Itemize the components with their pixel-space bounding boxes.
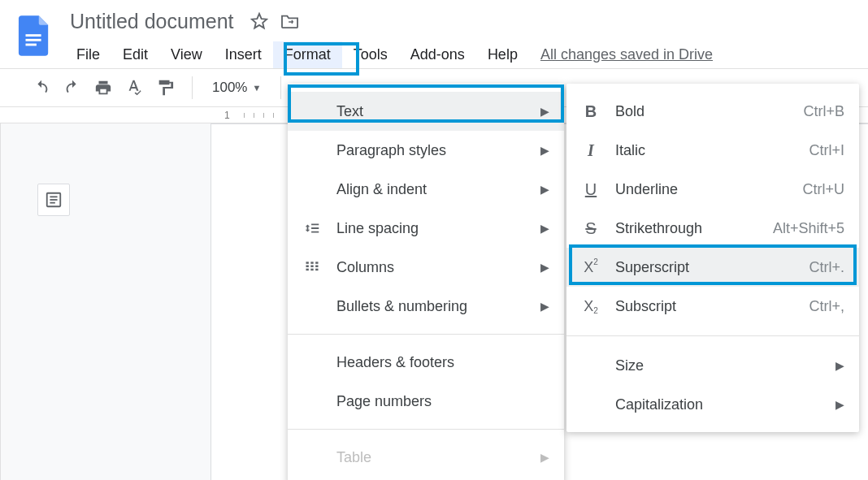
svg-rect-2 — [26, 44, 37, 46]
format-menu-text[interactable]: Text ▶ — [288, 92, 564, 131]
spellcheck-icon[interactable] — [122, 76, 146, 100]
menu-label: Strikethrough — [615, 220, 773, 237]
text-menu-underline[interactable]: U Underline Ctrl+U — [566, 170, 859, 209]
chevron-right-icon: ▶ — [540, 451, 549, 464]
star-icon[interactable] — [249, 11, 270, 32]
header: Untitled document File Edit View Insert … — [0, 0, 868, 68]
superscript-icon: X2 — [579, 256, 602, 279]
outline-button[interactable] — [37, 184, 70, 216]
format-menu-page-numbers[interactable]: Page numbers — [288, 382, 564, 421]
shortcut-label: Alt+Shift+5 — [773, 220, 844, 237]
menu-label: Superscript — [615, 259, 809, 276]
svg-rect-14 — [315, 266, 318, 268]
underline-icon: U — [579, 178, 602, 201]
chevron-right-icon: ▶ — [540, 105, 549, 118]
menu-label: Capitalization — [615, 396, 827, 413]
menu-label: Paragraph styles — [336, 142, 532, 159]
docs-logo[interactable] — [11, 8, 57, 65]
svg-rect-13 — [315, 262, 318, 264]
chevron-right-icon: ▶ — [835, 359, 844, 372]
shortcut-label: Ctrl+U — [802, 181, 844, 198]
text-menu-superscript[interactable]: X2 Superscript Ctrl+. — [566, 248, 859, 287]
text-menu-capitalization[interactable]: Capitalization ▶ — [566, 385, 859, 424]
strikethrough-icon: S — [579, 217, 602, 240]
chevron-right-icon: ▶ — [835, 398, 844, 411]
subscript-icon: X2 — [579, 295, 602, 318]
svg-rect-10 — [310, 262, 313, 264]
menu-tools[interactable]: Tools — [342, 41, 399, 68]
menu-label: Table — [336, 449, 532, 466]
text-menu-subscript[interactable]: X2 Subscript Ctrl+, — [566, 287, 859, 326]
move-folder-icon[interactable] — [280, 11, 301, 32]
chevron-right-icon: ▶ — [540, 222, 549, 235]
line-spacing-icon — [301, 217, 323, 240]
redo-icon[interactable] — [60, 76, 85, 100]
menu-file[interactable]: File — [65, 41, 111, 68]
menu-view[interactable]: View — [159, 41, 214, 68]
saved-status[interactable]: All changes saved in Drive — [540, 41, 713, 68]
chevron-right-icon: ▶ — [540, 300, 549, 313]
menu-help[interactable]: Help — [476, 41, 529, 68]
menu-separator — [566, 335, 859, 336]
menu-label: Bullets & numbering — [336, 298, 532, 315]
format-menu-paragraph-styles[interactable]: Paragraph styles ▶ — [288, 131, 564, 170]
text-menu-strikethrough[interactable]: S Strikethrough Alt+Shift+5 — [566, 209, 859, 248]
chevron-right-icon: ▶ — [540, 261, 549, 274]
format-menu-table: Table ▶ — [288, 438, 564, 477]
caret-down-icon: ▼ — [252, 83, 261, 93]
shortcut-label: Ctrl+I — [809, 142, 844, 159]
zoom-value: 100% — [212, 80, 247, 96]
menu-label: Text — [336, 103, 532, 120]
text-menu-size[interactable]: Size ▶ — [566, 346, 859, 385]
svg-rect-1 — [26, 39, 41, 41]
format-menu-align-indent[interactable]: Align & indent ▶ — [288, 170, 564, 209]
menu-label: Italic — [615, 142, 809, 159]
menu-format[interactable]: Format — [273, 41, 342, 68]
toolbar-separator — [192, 76, 193, 99]
svg-rect-12 — [310, 269, 313, 271]
print-icon[interactable] — [91, 76, 115, 100]
menu-label: Bold — [615, 103, 803, 120]
menu-label: Page numbers — [336, 393, 549, 410]
doc-title[interactable]: Untitled document — [65, 8, 239, 35]
toolbar-separator — [280, 76, 281, 99]
svg-rect-0 — [26, 34, 41, 37]
menu-insert[interactable]: Insert — [214, 41, 273, 68]
chevron-right-icon: ▶ — [540, 144, 549, 157]
format-menu-bullets-numbering[interactable]: Bullets & numbering ▶ — [288, 287, 564, 326]
format-menu-columns[interactable]: Columns ▶ — [288, 248, 564, 287]
menubar: File Edit View Insert Format Tools Add-o… — [65, 41, 713, 68]
format-paint-icon[interactable] — [153, 76, 177, 100]
bold-icon: B — [579, 100, 602, 123]
text-submenu: B Bold Ctrl+B I Italic Ctrl+I U Underlin… — [566, 84, 859, 432]
format-menu-headers-footers[interactable]: Headers & footers — [288, 343, 564, 382]
menu-label: Size — [615, 357, 827, 374]
format-menu: Text ▶ Paragraph styles ▶ Align & indent… — [288, 84, 564, 480]
menu-label: Columns — [336, 259, 532, 276]
ruler-mark: 1 — [224, 110, 230, 121]
svg-rect-9 — [306, 269, 309, 271]
menu-label: Headers & footers — [336, 354, 549, 371]
format-menu-line-spacing[interactable]: Line spacing ▶ — [288, 209, 564, 248]
menu-separator — [288, 429, 564, 430]
text-menu-bold[interactable]: B Bold Ctrl+B — [566, 92, 859, 131]
menu-label: Line spacing — [336, 220, 532, 237]
svg-rect-11 — [310, 266, 313, 268]
undo-icon[interactable] — [29, 76, 54, 100]
menu-separator — [288, 334, 564, 335]
menu-label: Subscript — [615, 298, 809, 315]
text-menu-italic[interactable]: I Italic Ctrl+I — [566, 131, 859, 170]
svg-rect-7 — [306, 262, 309, 264]
chevron-right-icon: ▶ — [540, 183, 549, 196]
shortcut-label: Ctrl+. — [809, 259, 844, 276]
shortcut-label: Ctrl+B — [803, 103, 844, 120]
menu-label: Align & indent — [336, 181, 532, 198]
menu-edit[interactable]: Edit — [111, 41, 159, 68]
svg-rect-15 — [315, 269, 318, 271]
zoom-dropdown[interactable]: 100% ▼ — [207, 80, 266, 96]
menu-label: Underline — [615, 181, 802, 198]
shortcut-label: Ctrl+, — [809, 298, 844, 315]
columns-icon — [301, 256, 323, 279]
menu-addons[interactable]: Add-ons — [399, 41, 476, 68]
svg-rect-8 — [306, 266, 309, 268]
